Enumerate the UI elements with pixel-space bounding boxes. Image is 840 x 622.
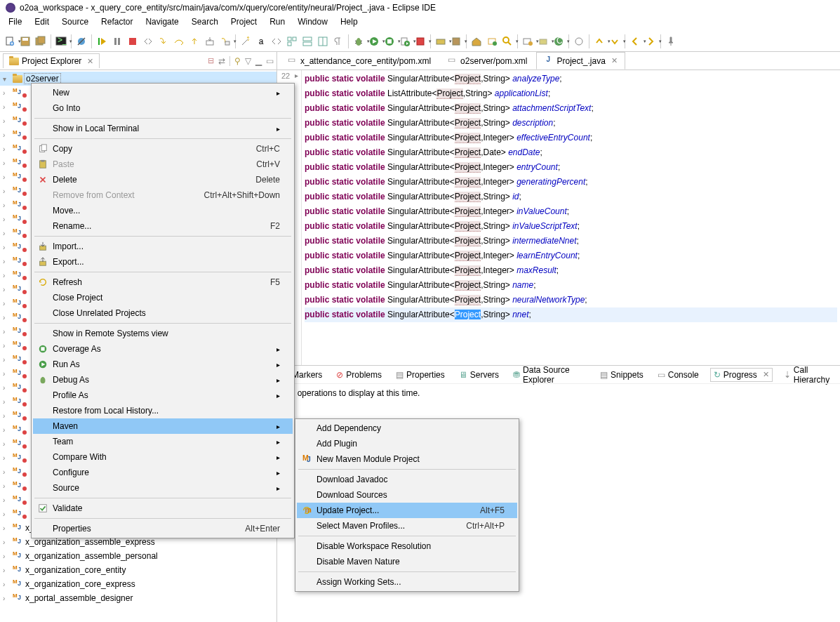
menu-item-download-sources[interactable]: Download Sources	[297, 487, 517, 503]
tab-snippets[interactable]: ▤Snippets	[597, 369, 646, 381]
menu-item-move-[interactable]: Move...	[33, 203, 293, 218]
menu-item-restore-from-local-history-[interactable]: Restore from Local History...	[33, 403, 293, 418]
code-area[interactable]: public static volatile SingularAttribute…	[302, 70, 840, 365]
menu-item-remove-from-context[interactable]: Remove from ContextCtrl+Alt+Shift+Down	[33, 187, 293, 203]
menu-run[interactable]: Run	[264, 15, 291, 31]
paragraph-button[interactable]	[331, 34, 345, 48]
menu-item-profile-as[interactable]: Profile As▸	[33, 388, 293, 403]
tab-console[interactable]: ▭Console	[655, 369, 702, 381]
terminate-button[interactable]	[126, 34, 140, 48]
editor-content[interactable]: ▸ 22 public static volatile SingularAttr…	[277, 70, 840, 365]
menu-project[interactable]: Project	[225, 15, 262, 31]
external-tools-button[interactable]	[413, 34, 427, 48]
menu-item-update-project-[interactable]: mUpdate Project...Alt+F5	[297, 503, 517, 518]
menu-item-rename-[interactable]: Rename...F2	[33, 218, 293, 234]
type-button-a[interactable]: a	[254, 34, 268, 48]
menu-file[interactable]: File	[3, 15, 27, 31]
menu-help[interactable]: Help	[335, 15, 364, 31]
menu-item-validate[interactable]: Validate	[33, 501, 293, 516]
menu-item-refresh[interactable]: RefreshF5	[33, 274, 293, 290]
menu-item-configure[interactable]: Configure▸	[33, 465, 293, 480]
new-java-package-button[interactable]	[536, 34, 550, 48]
back-button[interactable]	[628, 34, 642, 48]
save-button[interactable]	[18, 34, 32, 48]
minimize-icon[interactable]: ▁	[255, 56, 262, 66]
maximize-icon[interactable]: ▭	[266, 56, 274, 66]
menu-source[interactable]: Source	[56, 15, 94, 31]
skip-breakpoints-button[interactable]	[74, 34, 88, 48]
menu-item-download-javadoc[interactable]: Download Javadoc	[297, 472, 517, 487]
menu-item-show-in-local-terminal[interactable]: Show in Local Terminal▸	[33, 121, 293, 136]
menu-item-show-in-remote-systems-view[interactable]: Show in Remote Systems view	[33, 326, 293, 341]
forward-button[interactable]	[644, 34, 658, 48]
layout-button-2[interactable]	[300, 34, 314, 48]
step-return-button[interactable]	[187, 34, 201, 48]
tab-problems[interactable]: ⊘Problems	[333, 369, 385, 381]
menu-item-delete[interactable]: DeleteDelete	[33, 172, 293, 187]
step-into-button[interactable]	[156, 34, 171, 48]
maven-submenu[interactable]: Add DependencyAdd PluginMJNew Maven Modu…	[295, 418, 519, 592]
new-server-button[interactable]	[434, 34, 448, 48]
menu-item-source[interactable]: Source▸	[33, 480, 293, 496]
drop-frame-button[interactable]	[203, 34, 217, 48]
tab-progress[interactable]: ↻Progress✕	[710, 368, 773, 382]
menu-item-coverage-as[interactable]: Coverage As▸	[33, 341, 293, 357]
tab-properties[interactable]: ▤Properties	[393, 369, 448, 381]
menu-item-run-as[interactable]: Run As▸	[33, 357, 293, 372]
coverage-button[interactable]	[382, 34, 396, 48]
editor-tab[interactable]: o2server/pom.xml	[440, 52, 535, 70]
menu-item-team[interactable]: Team▸	[33, 434, 293, 449]
tree-item[interactable]: ›x_organization_core_entity	[0, 563, 276, 577]
menu-item-close-unrelated-projects[interactable]: Close Unrelated Projects	[33, 305, 293, 321]
run-last-button[interactable]	[398, 34, 412, 48]
editor-tab[interactable]: x_attendance_core_entity/pom.xml	[280, 52, 439, 70]
prev-annotation-button[interactable]	[592, 34, 606, 48]
open-task-button[interactable]	[485, 34, 499, 48]
suspend-button[interactable]	[110, 34, 124, 48]
project-explorer-tab[interactable]: Project Explorer ✕	[3, 53, 100, 68]
view-menu-icon[interactable]: ▽	[245, 56, 251, 66]
tab-call-hierarchy[interactable]: ⇣Call Hierarchy	[781, 364, 837, 386]
menu-item-add-dependency[interactable]: Add Dependency	[297, 421, 517, 436]
menu-item-properties[interactable]: PropertiesAlt+Enter	[33, 521, 293, 536]
toggle-mark-button[interactable]	[572, 34, 586, 48]
disconnect-button[interactable]	[141, 34, 155, 48]
tree-item[interactable]: ›x_portal_assemble_designer	[0, 591, 276, 605]
menu-edit[interactable]: Edit	[29, 15, 55, 31]
search-button[interactable]	[500, 34, 514, 48]
menu-item-compare-with[interactable]: Compare With▸	[33, 449, 293, 465]
layout-button-1[interactable]	[285, 34, 299, 48]
menu-item-maven[interactable]: Maven▸	[33, 418, 293, 434]
menu-item-select-maven-profiles-[interactable]: Select Maven Profiles...Ctrl+Alt+P	[297, 518, 517, 534]
next-annotation-button[interactable]	[608, 34, 622, 48]
save-all-button[interactable]	[34, 34, 48, 48]
menu-item-disable-maven-nature[interactable]: Disable Maven Nature	[297, 554, 517, 569]
menu-item-assign-working-sets-[interactable]: Assign Working Sets...	[297, 574, 517, 590]
pin-button[interactable]	[664, 34, 678, 48]
menu-item-paste[interactable]: PasteCtrl+V	[33, 157, 293, 172]
menu-item-go-into[interactable]: Go Into	[33, 100, 293, 116]
use-step-filters-button[interactable]	[218, 34, 232, 48]
link-editor-icon[interactable]: ⇄	[218, 56, 225, 66]
new-java-class-button[interactable]: C	[552, 34, 566, 48]
menu-window[interactable]: Window	[292, 15, 333, 31]
editor-tab-active[interactable]: Project_.java✕	[536, 52, 625, 70]
resume-button[interactable]	[95, 34, 109, 48]
menu-search[interactable]: Search	[186, 15, 224, 31]
new-button[interactable]	[3, 34, 17, 48]
tab-dse[interactable]: ⛃Data Source Explorer	[510, 364, 589, 386]
close-icon[interactable]: ✕	[611, 56, 618, 65]
close-icon[interactable]: ✕	[763, 370, 769, 379]
collapse-all-icon[interactable]: ⊟	[208, 56, 214, 66]
menu-item-debug-as[interactable]: Debug As▸	[33, 372, 293, 388]
tree-item[interactable]: ›x_organization_core_express	[0, 577, 276, 591]
menu-item-import-[interactable]: Import...	[33, 239, 293, 254]
menu-item-add-plugin[interactable]: Add Plugin	[297, 436, 517, 451]
context-menu[interactable]: New▸Go IntoShow in Local Terminal▸CopyCt…	[31, 83, 295, 538]
close-icon[interactable]: ✕	[87, 57, 93, 66]
terminal-button[interactable]: >_	[54, 34, 68, 48]
open-type-button[interactable]	[469, 34, 484, 48]
menu-item-export-[interactable]: Export...	[33, 254, 293, 270]
run-button[interactable]	[367, 34, 381, 48]
debug-button[interactable]	[352, 34, 366, 48]
